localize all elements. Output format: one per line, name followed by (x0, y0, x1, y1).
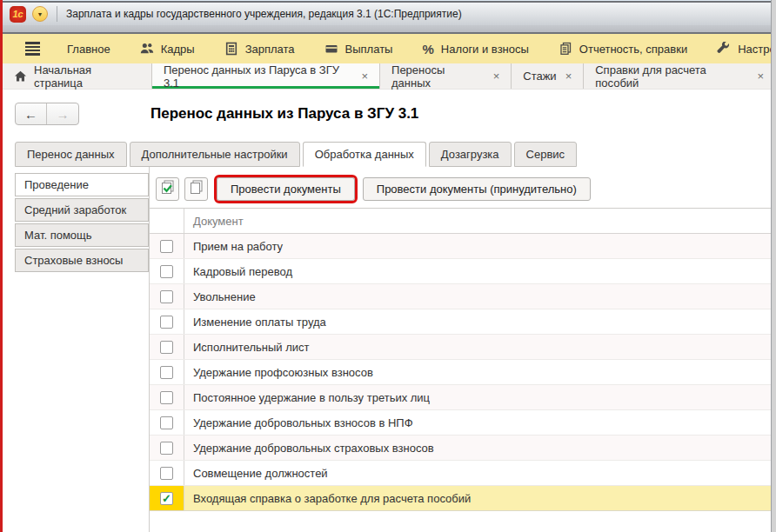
tab-label: Начальная страница (34, 63, 140, 90)
menu-item-zarplata[interactable]: Зарплата (210, 34, 310, 63)
back-button[interactable]: ← (16, 103, 47, 124)
close-icon[interactable]: × (361, 70, 368, 83)
table-row[interactable]: Входящая справка о заработке для расчета… (150, 486, 776, 511)
document-column-header[interactable]: Документ (184, 209, 776, 233)
row-checkbox[interactable] (160, 240, 173, 253)
menu-item-otchetnost[interactable]: Отчетность, справки (544, 34, 702, 63)
row-checkbox[interactable] (160, 391, 173, 404)
side-tabs: Проведение Средний заработок Мат. помощь… (15, 167, 149, 532)
row-checkbox[interactable] (160, 492, 173, 505)
row-checkbox[interactable] (160, 467, 173, 480)
menu-item-nastroyka[interactable]: Настройка (702, 34, 776, 63)
page-title: Перенос данных из Паруса в ЗГУ 3.1 (151, 105, 418, 123)
check-documents-icon (159, 179, 176, 199)
table-row[interactable]: Удержание добровольных взносов в НПФ (150, 410, 776, 436)
document-name: Кадровый перевод (184, 259, 776, 283)
checkbox-column-header (150, 209, 184, 233)
form-tab-dozagruzka[interactable]: Дозагрузка (429, 142, 512, 167)
row-checkbox[interactable] (160, 366, 173, 379)
document-name: Удержание профсоюзных взносов (184, 360, 776, 384)
table-header-row: Документ (150, 209, 776, 234)
menu-item-nalogi[interactable]: % Налоги и взносы (407, 34, 543, 63)
document-name: Увольнение (184, 284, 776, 309)
tab-spravki[interactable]: Справки для расчета пособий × (584, 63, 776, 89)
close-icon[interactable]: × (493, 70, 500, 83)
document-name: Исполнительный лист (184, 335, 776, 359)
document-name: Изменение оплаты труда (184, 309, 776, 334)
row-checkbox[interactable] (160, 341, 173, 354)
form-tab-perenos[interactable]: Перенос данных (15, 142, 127, 167)
tab-label: Переносы данных (391, 63, 485, 90)
table-row[interactable]: Удержание добровольных страховых взносов (150, 436, 776, 461)
document-name: Прием на работу (184, 234, 776, 258)
document-name: Совмещение должностей (184, 461, 776, 485)
side-tab-sredniy-zarabotok[interactable]: Средний заработок (15, 198, 149, 222)
document-name: Постоянное удержание в пользу третьих ли… (184, 385, 776, 409)
checkbox-cell (150, 360, 184, 384)
people-icon (140, 42, 154, 56)
side-tab-provedenie[interactable]: Проведение (15, 173, 149, 196)
row-checkbox[interactable] (160, 290, 173, 303)
form-tabs: Перенос данных Дополнительные настройки … (15, 142, 776, 167)
checkbox-cell (150, 385, 184, 409)
row-checkbox[interactable] (160, 316, 173, 329)
titlebar-separator (57, 6, 57, 22)
row-checkbox[interactable] (160, 416, 173, 429)
checkbox-cell (150, 410, 184, 435)
menu-item-vyplaty[interactable]: Выплаты (310, 34, 408, 63)
main-menu-icon[interactable] (13, 42, 52, 56)
document-name: Удержание добровольных взносов в НПФ (184, 410, 776, 435)
tab-stazhi[interactable]: Стажи × (512, 63, 584, 89)
table-row[interactable]: Совмещение должностей (150, 461, 776, 486)
form-tab-servis[interactable]: Сервис (514, 142, 578, 167)
tab-perenos-parus[interactable]: Перенос данных из Паруса в ЗГУ 3.1 × (152, 63, 380, 89)
check-all-documents-button[interactable] (156, 177, 179, 201)
table-row[interactable]: Изменение оплаты труда (150, 309, 776, 335)
menu-label: Кадры (161, 43, 195, 56)
table-row[interactable]: Исполнительный лист (150, 335, 776, 360)
checkbox-cell (150, 335, 184, 359)
form-tab-dop-nastroyki[interactable]: Дополнительные настройки (130, 142, 300, 167)
documents-panel: Провести документы Провести документы (п… (149, 167, 776, 532)
table-row[interactable]: Кадровый перевод (150, 259, 776, 284)
table-rows: Прием на работу Кадровый перевод Увольне… (150, 234, 776, 511)
window-right-frame (771, 0, 776, 532)
tab-perenosy-dannyh[interactable]: Переносы данных × (380, 63, 512, 89)
page-content: ← → Перенос данных из Паруса в ЗГУ 3.1 П… (3, 90, 776, 532)
row-checkbox[interactable] (160, 442, 173, 455)
menu-item-glavnoe[interactable]: Главное (52, 34, 125, 63)
row-checkbox[interactable] (160, 265, 173, 278)
table-row[interactable]: Удержание профсоюзных взносов (150, 360, 776, 385)
titlebar-gap (3, 25, 776, 32)
forward-button[interactable]: → (47, 103, 78, 124)
tab-label: Справки для расчета пособий (595, 63, 748, 90)
table-row[interactable]: Прием на работу (150, 234, 776, 259)
calculator-icon (224, 42, 238, 56)
percent-icon: % (422, 42, 433, 57)
side-tab-strahovye-vznosy[interactable]: Страховые взносы (15, 249, 149, 272)
uncheck-all-documents-button[interactable] (184, 177, 208, 201)
tab-home[interactable]: Начальная страница (3, 63, 152, 89)
card-icon (324, 42, 338, 56)
tab-label: Стажи (523, 70, 556, 83)
wrench-icon (717, 42, 731, 56)
table-row[interactable]: Увольнение (150, 284, 776, 309)
checkbox-cell (150, 486, 184, 510)
documents-icon (188, 179, 204, 199)
tab-label: Перенос данных из Паруса в ЗГУ 3.1 (164, 63, 352, 90)
side-tab-mat-pomosch[interactable]: Мат. помощь (15, 223, 149, 247)
checkbox-cell (150, 461, 184, 485)
checkbox-cell (150, 309, 184, 334)
1c-logo-icon: 1с (10, 6, 26, 23)
close-icon[interactable]: × (757, 70, 764, 83)
post-documents-button[interactable]: Провести документы (217, 177, 355, 201)
close-icon[interactable]: × (565, 70, 572, 83)
form-tab-obrabotka[interactable]: Обработка данных (303, 142, 426, 167)
system-menu-dropdown-icon[interactable]: ▼ (32, 6, 48, 22)
document-name: Входящая справка о заработке для расчета… (184, 486, 776, 510)
post-documents-forced-button[interactable]: Провести документы (принудительно) (363, 177, 591, 201)
table-row[interactable]: Постоянное удержание в пользу третьих ли… (150, 385, 776, 410)
reports-icon (559, 42, 572, 56)
sections-panel: Главное Кадры Зарплата Выплаты % Налоги … (3, 32, 776, 63)
menu-item-kadry[interactable]: Кадры (125, 34, 210, 63)
